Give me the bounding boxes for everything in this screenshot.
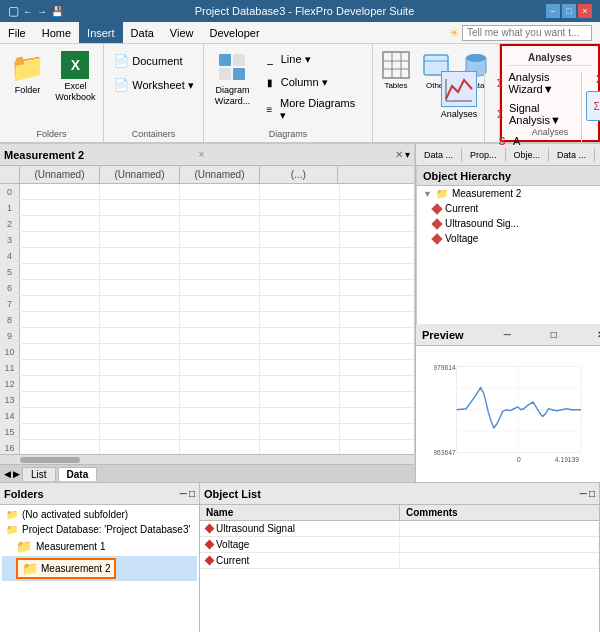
- sheet-row-4[interactable]: 4: [0, 248, 414, 264]
- sheet-row-3[interactable]: 3: [0, 232, 414, 248]
- forward-icon[interactable]: →: [37, 6, 47, 17]
- row-14-cell-1[interactable]: [100, 408, 180, 423]
- row-8-cell-1[interactable]: [100, 312, 180, 327]
- row-1-cell-3[interactable]: [260, 200, 340, 215]
- row-14-cell-3[interactable]: [260, 408, 340, 423]
- sheet-row-6[interactable]: 6: [0, 280, 414, 296]
- sheet-row-7[interactable]: 7: [0, 296, 414, 312]
- row-6-cell-2[interactable]: [180, 280, 260, 295]
- row-12-cell-3[interactable]: [260, 376, 340, 391]
- row-11-cell-3[interactable]: [260, 360, 340, 375]
- sheet-row-1[interactable]: 1: [0, 200, 414, 216]
- tree-item-current[interactable]: Current: [417, 201, 600, 216]
- row-13-cell-1[interactable]: [100, 392, 180, 407]
- menu-insert[interactable]: Insert: [79, 22, 123, 43]
- sheet-row-11[interactable]: 11: [0, 360, 414, 376]
- tree-item-ultrasound[interactable]: Ultrasound Sig...: [417, 216, 600, 231]
- row-6-cell-1[interactable]: [100, 280, 180, 295]
- menu-view[interactable]: View: [162, 22, 202, 43]
- row-8-cell-2[interactable]: [180, 312, 260, 327]
- row-15-cell-3[interactable]: [260, 424, 340, 439]
- row-1-cell-2[interactable]: [180, 200, 260, 215]
- row-9-cell-2[interactable]: [180, 328, 260, 343]
- row-4-cell-0[interactable]: [20, 248, 100, 263]
- sheet-row-8[interactable]: 8: [0, 312, 414, 328]
- folder-no-subfolder[interactable]: 📁 (No activated subfolder): [2, 507, 197, 522]
- tree-item-voltage[interactable]: Voltage: [417, 231, 600, 246]
- save-icon[interactable]: 💾: [51, 6, 63, 17]
- sheet-row-0[interactable]: 0: [0, 184, 414, 200]
- row-1-cell-1[interactable]: [100, 200, 180, 215]
- row-0-cell-2[interactable]: [180, 184, 260, 199]
- preview-float-icon[interactable]: □: [551, 329, 557, 340]
- row-2-cell-3[interactable]: [260, 216, 340, 231]
- row-0-cell-1[interactable]: [100, 184, 180, 199]
- row-10-cell-3[interactable]: [260, 344, 340, 359]
- tab-list[interactable]: List: [22, 467, 56, 481]
- row-14-cell-0[interactable]: [20, 408, 100, 423]
- row-4-cell-2[interactable]: [180, 248, 260, 263]
- folders-float-icon[interactable]: □: [189, 488, 195, 499]
- objlist-row-0[interactable]: Ultrasound Signal: [200, 521, 599, 537]
- back-icon[interactable]: ←: [23, 6, 33, 17]
- row-15-cell-1[interactable]: [100, 424, 180, 439]
- row-12-cell-0[interactable]: [20, 376, 100, 391]
- row-16-cell-2[interactable]: [180, 440, 260, 454]
- row-3-cell-1[interactable]: [100, 232, 180, 247]
- sheet-close-button[interactable]: ✕: [395, 149, 403, 160]
- excel-workbook-button[interactable]: X Excel Workbook: [52, 48, 98, 106]
- sheet-row-9[interactable]: 9: [0, 328, 414, 344]
- row-8-cell-0[interactable]: [20, 312, 100, 327]
- row-5-cell-3[interactable]: [260, 264, 340, 279]
- row-3-cell-2[interactable]: [180, 232, 260, 247]
- sheet-nav-icon[interactable]: ▾: [405, 149, 410, 160]
- objlist-row-2[interactable]: Current: [200, 553, 599, 569]
- sheet-row-2[interactable]: 2: [0, 216, 414, 232]
- row-2-cell-2[interactable]: [180, 216, 260, 231]
- document-button[interactable]: 📄 Document: [108, 50, 198, 72]
- row-11-cell-2[interactable]: [180, 360, 260, 375]
- row-4-cell-1[interactable]: [100, 248, 180, 263]
- row-5-cell-2[interactable]: [180, 264, 260, 279]
- standard-button[interactable]: Σ Standard: [586, 68, 600, 90]
- folder-button[interactable]: 📁 Folder: [4, 48, 50, 99]
- row-9-cell-1[interactable]: [100, 328, 180, 343]
- row-8-cell-3[interactable]: [260, 312, 340, 327]
- row-0-cell-0[interactable]: [20, 184, 100, 199]
- row-12-cell-2[interactable]: [180, 376, 260, 391]
- row-9-cell-0[interactable]: [20, 328, 100, 343]
- folders-pin-icon[interactable]: ─: [180, 488, 187, 499]
- row-9-cell-3[interactable]: [260, 328, 340, 343]
- sheet-row-15[interactable]: 15: [0, 424, 414, 440]
- tree-item-measurement2[interactable]: ▼ 📁 Measurement 2: [417, 186, 600, 201]
- objlist-row-1[interactable]: Voltage: [200, 537, 599, 553]
- menu-home[interactable]: Home: [34, 22, 79, 43]
- row-3-cell-3[interactable]: [260, 232, 340, 247]
- diagram-wizard-button[interactable]: DiagramWizard...: [210, 48, 255, 110]
- row-3-cell-0[interactable]: [20, 232, 100, 247]
- line-button[interactable]: ⎯ Line ▾: [257, 48, 366, 70]
- row-10-cell-1[interactable]: [100, 344, 180, 359]
- sheet-rows[interactable]: 0123456789101112131415161718192021222324…: [0, 184, 414, 454]
- row-13-cell-3[interactable]: [260, 392, 340, 407]
- minimize-button[interactable]: −: [546, 4, 560, 18]
- sheet-nav-left[interactable]: ◀: [4, 469, 11, 479]
- sheet-row-5[interactable]: 5: [0, 264, 414, 280]
- row-15-cell-0[interactable]: [20, 424, 100, 439]
- objlist-pin-icon[interactable]: ─: [580, 488, 587, 499]
- row-2-cell-0[interactable]: [20, 216, 100, 231]
- row-2-cell-1[interactable]: [100, 216, 180, 231]
- menu-data[interactable]: Data: [123, 22, 162, 43]
- tab-data[interactable]: Data: [58, 467, 98, 481]
- from-template-button[interactable]: Σ From Template: [586, 91, 600, 121]
- column-button[interactable]: ▮ Column ▾: [257, 71, 366, 93]
- row-16-cell-0[interactable]: [20, 440, 100, 454]
- folder-project-db[interactable]: 📁 Project Database: 'Project Database3': [2, 522, 197, 537]
- row-7-cell-3[interactable]: [260, 296, 340, 311]
- row-13-cell-0[interactable]: [20, 392, 100, 407]
- analysis-wizard-button[interactable]: Σ Analysis Wizard▼: [489, 68, 577, 98]
- search-input[interactable]: [462, 25, 592, 41]
- scroll-thumb[interactable]: [20, 457, 80, 463]
- row-5-cell-1[interactable]: [100, 264, 180, 279]
- row-1-cell-0[interactable]: [20, 200, 100, 215]
